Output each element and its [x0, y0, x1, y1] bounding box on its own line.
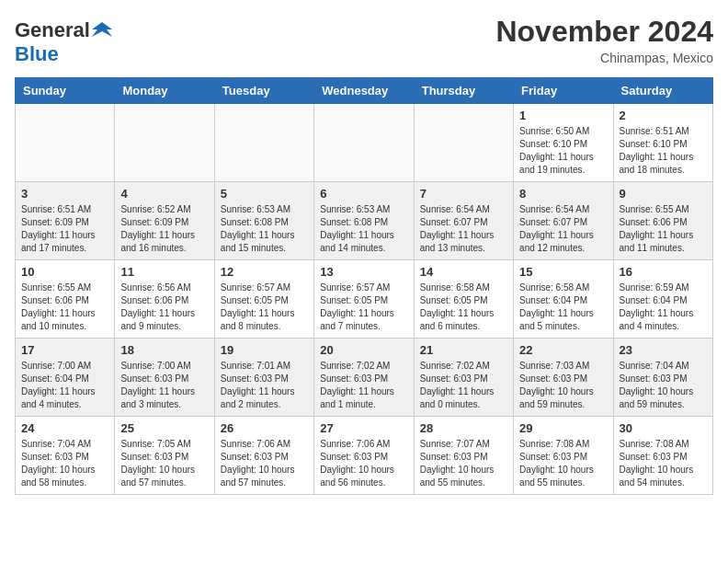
day-number: 15 [519, 265, 607, 279]
calendar-header-row: SundayMondayTuesdayWednesdayThursdayFrid… [16, 78, 713, 104]
day-number: 29 [519, 421, 607, 435]
calendar-header-friday: Friday [514, 78, 613, 104]
calendar-cell: 28Sunrise: 7:07 AMSunset: 6:03 PMDayligh… [414, 417, 513, 495]
calendar-week-row: 1Sunrise: 6:50 AMSunset: 6:10 PMDaylight… [16, 104, 713, 182]
calendar-cell: 24Sunrise: 7:04 AMSunset: 6:03 PMDayligh… [16, 417, 115, 495]
calendar-week-row: 17Sunrise: 7:00 AMSunset: 6:04 PMDayligh… [16, 339, 713, 417]
day-info: Sunrise: 6:57 AMSunset: 6:05 PMDaylight:… [320, 282, 407, 333]
calendar-header-monday: Monday [115, 78, 214, 104]
calendar-cell: 26Sunrise: 7:06 AMSunset: 6:03 PMDayligh… [214, 417, 313, 495]
day-number: 27 [320, 421, 407, 435]
calendar-cell: 20Sunrise: 7:02 AMSunset: 6:03 PMDayligh… [314, 339, 414, 417]
day-info: Sunrise: 7:03 AMSunset: 6:03 PMDaylight:… [519, 360, 607, 411]
day-number: 7 [420, 187, 507, 201]
day-info: Sunrise: 6:58 AMSunset: 6:04 PMDaylight:… [519, 282, 607, 333]
calendar-cell: 16Sunrise: 6:59 AMSunset: 6:04 PMDayligh… [613, 260, 712, 339]
day-number: 21 [420, 343, 507, 357]
calendar-cell: 14Sunrise: 6:58 AMSunset: 6:05 PMDayligh… [414, 260, 513, 339]
day-info: Sunrise: 7:02 AMSunset: 6:03 PMDaylight:… [320, 360, 407, 411]
calendar-cell: 13Sunrise: 6:57 AMSunset: 6:05 PMDayligh… [314, 260, 414, 339]
calendar-cell [214, 104, 313, 182]
day-number: 20 [320, 343, 407, 357]
day-info: Sunrise: 7:01 AMSunset: 6:03 PMDaylight:… [221, 360, 308, 411]
calendar-cell: 8Sunrise: 6:54 AMSunset: 6:07 PMDaylight… [514, 182, 613, 260]
calendar-cell: 11Sunrise: 6:56 AMSunset: 6:06 PMDayligh… [115, 260, 214, 339]
location: Chinampas, Mexico [495, 51, 713, 65]
logo: General General Blue [15, 18, 112, 66]
calendar-header-thursday: Thursday [414, 78, 513, 104]
day-info: Sunrise: 7:08 AMSunset: 6:03 PMDaylight:… [620, 438, 707, 489]
day-info: Sunrise: 6:52 AMSunset: 6:09 PMDaylight:… [120, 203, 208, 255]
day-info: Sunrise: 7:06 AMSunset: 6:03 PMDaylight:… [221, 438, 308, 489]
calendar-cell: 2Sunrise: 6:51 AMSunset: 6:10 PMDaylight… [613, 104, 712, 182]
day-info: Sunrise: 6:55 AMSunset: 6:06 PMDaylight:… [620, 203, 707, 255]
day-number: 10 [21, 265, 108, 279]
calendar-cell: 25Sunrise: 7:05 AMSunset: 6:03 PMDayligh… [115, 417, 214, 495]
calendar-week-row: 24Sunrise: 7:04 AMSunset: 6:03 PMDayligh… [16, 417, 713, 495]
day-info: Sunrise: 6:53 AMSunset: 6:08 PMDaylight:… [221, 203, 308, 255]
calendar-header-tuesday: Tuesday [214, 78, 313, 104]
calendar-header-wednesday: Wednesday [314, 78, 414, 104]
day-info: Sunrise: 6:50 AMSunset: 6:10 PMDaylight:… [519, 125, 607, 177]
day-info: Sunrise: 7:04 AMSunset: 6:03 PMDaylight:… [21, 438, 108, 489]
day-number: 6 [320, 187, 407, 201]
day-info: Sunrise: 7:05 AMSunset: 6:03 PMDaylight:… [120, 438, 208, 489]
day-number: 5 [221, 187, 308, 201]
calendar-cell: 21Sunrise: 7:02 AMSunset: 6:03 PMDayligh… [414, 339, 513, 417]
logo-bird-icon [92, 20, 112, 40]
calendar-cell: 30Sunrise: 7:08 AMSunset: 6:03 PMDayligh… [613, 417, 712, 495]
calendar-cell: 27Sunrise: 7:06 AMSunset: 6:03 PMDayligh… [314, 417, 414, 495]
day-info: Sunrise: 6:53 AMSunset: 6:08 PMDaylight:… [320, 203, 407, 255]
day-info: Sunrise: 6:57 AMSunset: 6:05 PMDaylight:… [221, 282, 308, 333]
calendar-cell: 9Sunrise: 6:55 AMSunset: 6:06 PMDaylight… [613, 182, 712, 260]
day-info: Sunrise: 7:08 AMSunset: 6:03 PMDaylight:… [519, 438, 607, 489]
calendar-cell: 10Sunrise: 6:55 AMSunset: 6:06 PMDayligh… [16, 260, 115, 339]
page-header: General General Blue November 2024 China… [15, 15, 713, 66]
day-info: Sunrise: 6:54 AMSunset: 6:07 PMDaylight:… [519, 203, 607, 255]
day-info: Sunrise: 6:51 AMSunset: 6:10 PMDaylight:… [620, 125, 707, 177]
calendar-cell: 18Sunrise: 7:00 AMSunset: 6:03 PMDayligh… [115, 339, 214, 417]
calendar-cell [115, 104, 214, 182]
day-number: 2 [620, 109, 707, 122]
calendar-cell [16, 104, 115, 182]
day-number: 13 [320, 265, 407, 279]
day-number: 11 [120, 265, 208, 279]
day-info: Sunrise: 7:07 AMSunset: 6:03 PMDaylight:… [420, 438, 507, 489]
day-number: 30 [620, 421, 707, 435]
calendar-cell: 29Sunrise: 7:08 AMSunset: 6:03 PMDayligh… [514, 417, 613, 495]
day-number: 14 [420, 265, 507, 279]
calendar-cell: 3Sunrise: 6:51 AMSunset: 6:09 PMDaylight… [16, 182, 115, 260]
calendar-table: SundayMondayTuesdayWednesdayThursdayFrid… [15, 77, 713, 495]
calendar-cell: 17Sunrise: 7:00 AMSunset: 6:04 PMDayligh… [16, 339, 115, 417]
calendar-cell: 23Sunrise: 7:04 AMSunset: 6:03 PMDayligh… [613, 339, 712, 417]
svg-marker-1 [92, 22, 112, 37]
day-info: Sunrise: 6:58 AMSunset: 6:05 PMDaylight:… [420, 282, 507, 333]
month-title: November 2024 [495, 15, 713, 49]
day-number: 16 [620, 265, 707, 279]
logo-blue: Blue [15, 42, 59, 65]
day-number: 1 [519, 109, 607, 122]
calendar-cell: 15Sunrise: 6:58 AMSunset: 6:04 PMDayligh… [514, 260, 613, 339]
title-block: November 2024 Chinampas, Mexico [495, 15, 713, 65]
day-number: 9 [620, 187, 707, 201]
day-number: 24 [21, 421, 108, 435]
calendar-cell: 12Sunrise: 6:57 AMSunset: 6:05 PMDayligh… [214, 260, 313, 339]
day-info: Sunrise: 7:00 AMSunset: 6:04 PMDaylight:… [21, 360, 108, 411]
day-number: 17 [21, 343, 108, 357]
day-info: Sunrise: 6:51 AMSunset: 6:09 PMDaylight:… [21, 203, 108, 255]
day-number: 25 [120, 421, 208, 435]
day-number: 4 [120, 187, 208, 201]
day-info: Sunrise: 7:04 AMSunset: 6:03 PMDaylight:… [620, 360, 707, 411]
day-number: 3 [21, 187, 108, 201]
day-number: 8 [519, 187, 607, 201]
calendar-week-row: 10Sunrise: 6:55 AMSunset: 6:06 PMDayligh… [16, 260, 713, 339]
calendar-cell: 1Sunrise: 6:50 AMSunset: 6:10 PMDaylight… [514, 104, 613, 182]
day-number: 18 [120, 343, 208, 357]
day-info: Sunrise: 6:54 AMSunset: 6:07 PMDaylight:… [420, 203, 507, 255]
calendar-header-sunday: Sunday [16, 78, 115, 104]
calendar-cell: 7Sunrise: 6:54 AMSunset: 6:07 PMDaylight… [414, 182, 513, 260]
calendar-cell: 6Sunrise: 6:53 AMSunset: 6:08 PMDaylight… [314, 182, 414, 260]
day-info: Sunrise: 6:59 AMSunset: 6:04 PMDaylight:… [620, 282, 707, 333]
day-info: Sunrise: 7:06 AMSunset: 6:03 PMDaylight:… [320, 438, 407, 489]
calendar-cell: 19Sunrise: 7:01 AMSunset: 6:03 PMDayligh… [214, 339, 313, 417]
